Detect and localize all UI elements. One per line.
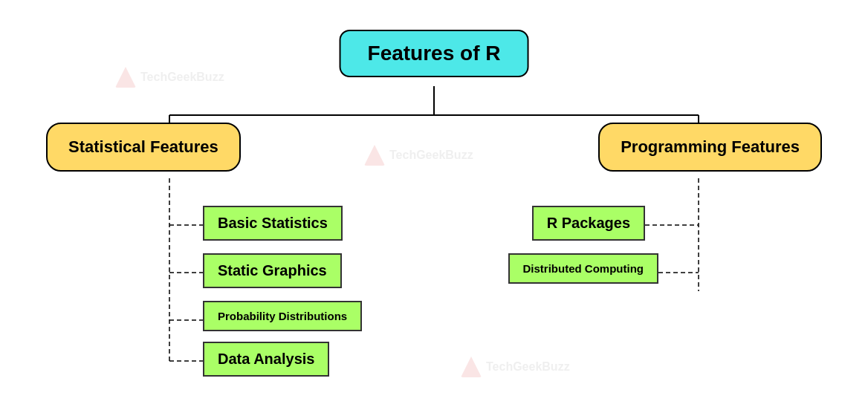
- r-packages-node: R Packages: [532, 206, 645, 241]
- probability-distributions-node: Probability Distributions: [203, 301, 362, 331]
- watermark-icon-2: [364, 145, 385, 166]
- watermark-icon-1: [115, 67, 136, 88]
- root-label: Features of R: [368, 42, 501, 65]
- watermark-text-3: TechGeekBuzz: [486, 360, 570, 374]
- watermark-icon-3: [461, 357, 482, 377]
- basic-statistics-node: Basic Statistics: [203, 206, 343, 241]
- statistical-features-label: Statistical Features: [68, 137, 218, 156]
- watermark-1: TechGeekBuzz: [115, 67, 224, 88]
- root-node: Features of R: [340, 30, 529, 77]
- programming-features-node: Programming Features: [598, 123, 822, 172]
- static-graphics-node: Static Graphics: [203, 253, 342, 288]
- programming-features-label: Programming Features: [621, 137, 800, 156]
- statistical-features-node: Statistical Features: [46, 123, 241, 172]
- watermark-3: TechGeekBuzz: [461, 357, 570, 377]
- watermark-text-2: TechGeekBuzz: [389, 149, 473, 162]
- watermark-2: TechGeekBuzz: [364, 145, 473, 166]
- watermark-text-1: TechGeekBuzz: [140, 71, 224, 84]
- distributed-computing-node: Distributed Computing: [508, 253, 658, 284]
- data-analysis-node: Data Analysis: [203, 342, 329, 377]
